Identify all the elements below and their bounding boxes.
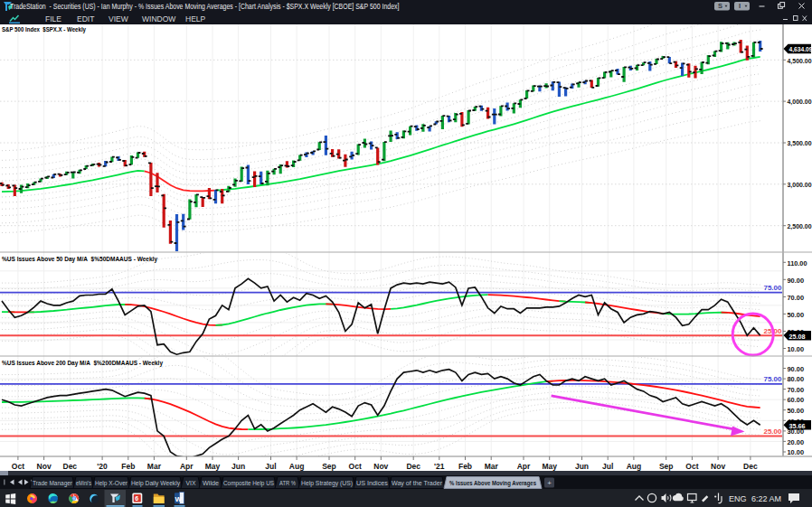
svg-text:Help Daily Weekly: Help Daily Weekly <box>131 479 180 487</box>
svg-text:S: S <box>718 2 722 10</box>
svg-text:Mar: Mar <box>485 462 499 471</box>
svg-text:Jun: Jun <box>575 462 589 471</box>
svg-text:Wilde: Wilde <box>203 479 219 487</box>
svg-text:Sep: Sep <box>322 462 336 471</box>
svg-text:Aug: Aug <box>289 462 305 471</box>
svg-text:20.00: 20.00 <box>788 438 805 446</box>
svg-text:Nov: Nov <box>37 462 52 471</box>
svg-text:Jul: Jul <box>265 462 276 471</box>
svg-text:Dec: Dec <box>743 462 758 471</box>
svg-text:3,000.00: 3,000.00 <box>788 181 812 189</box>
svg-text:W: W <box>175 495 183 503</box>
svg-text:May: May <box>205 462 221 471</box>
svg-text:60.00: 60.00 <box>788 396 805 404</box>
svg-text:90.00: 90.00 <box>788 277 805 285</box>
svg-text:35.66: 35.66 <box>789 422 806 430</box>
svg-text:6:22 AM: 6:22 AM <box>751 494 781 503</box>
svg-text:75.00: 75.00 <box>763 284 782 292</box>
svg-text:Trade Manager: Trade Manager <box>33 479 72 487</box>
svg-text:Mar: Mar <box>147 462 162 471</box>
svg-text:Feb: Feb <box>458 462 472 471</box>
svg-text:Apr: Apr <box>180 462 194 471</box>
svg-text:Dec: Dec <box>406 462 420 471</box>
svg-text:Composite Help US: Composite Help US <box>223 479 274 487</box>
svg-text:70.00: 70.00 <box>788 386 805 394</box>
svg-text:10.00: 10.00 <box>788 448 805 456</box>
svg-text:Nov: Nov <box>373 462 388 471</box>
svg-text:Oct: Oct <box>685 462 698 471</box>
svg-text:Apr: Apr <box>517 462 531 471</box>
svg-text:+: + <box>547 479 552 487</box>
svg-text:Aug: Aug <box>627 462 642 471</box>
svg-text:2,500.00: 2,500.00 <box>788 222 812 230</box>
svg-text:50.00: 50.00 <box>788 311 805 319</box>
svg-text:ATR %: ATR % <box>279 479 296 487</box>
svg-text:'20: '20 <box>97 462 108 471</box>
svg-text:May: May <box>542 462 557 471</box>
svg-text:Oct: Oct <box>12 462 24 471</box>
svg-text:Oct: Oct <box>349 462 362 471</box>
svg-text:25.00: 25.00 <box>763 427 782 436</box>
svg-text:Help X-Over: Help X-Over <box>95 479 127 487</box>
svg-text:US Indices: US Indices <box>356 479 388 487</box>
svg-text:% Issues Above Moving Averages: % Issues Above Moving Averages <box>449 479 536 487</box>
svg-text:10.00: 10.00 <box>788 345 805 353</box>
svg-text:Jul: Jul <box>602 462 613 471</box>
svg-text:S&P 500 Index $SPX.X - Weekly: S&P 500 Index $SPX.X - Weekly <box>2 25 86 33</box>
svg-text:Sep: Sep <box>659 462 674 471</box>
svg-text:3,500.00: 3,500.00 <box>788 139 812 147</box>
svg-text:70.00: 70.00 <box>788 294 805 302</box>
svg-text:Help Strategy (US): Help Strategy (US) <box>301 479 353 487</box>
svg-text:%US Issues Above 200 Day M/A: %US Issues Above 200 Day M/A $%200DMAAUS… <box>2 359 163 367</box>
svg-text:4,500.00: 4,500.00 <box>788 57 812 65</box>
svg-text:6: 6 <box>135 495 138 502</box>
svg-text:80.00: 80.00 <box>788 375 805 383</box>
svg-text:I: I <box>739 2 741 10</box>
svg-text:%US Issues Above 50 Day M/A $: %US Issues Above 50 Day M/A $%50DMAAUS -… <box>2 255 157 263</box>
svg-text:Dec: Dec <box>63 462 78 471</box>
svg-text:eMini's: eMini's <box>76 479 91 487</box>
svg-text:'21: '21 <box>434 462 445 471</box>
svg-text:Jun: Jun <box>231 462 245 471</box>
svg-text:Way of the Trader: Way of the Trader <box>392 479 442 487</box>
svg-text:110.00: 110.00 <box>788 259 808 268</box>
svg-text:90.00: 90.00 <box>788 365 805 373</box>
svg-text:Nov: Nov <box>711 462 725 471</box>
svg-text:25.08: 25.08 <box>789 333 806 341</box>
svg-text:VIX: VIX <box>186 479 196 487</box>
svg-text:75.00: 75.00 <box>763 375 782 383</box>
svg-text:50.00: 50.00 <box>788 407 805 415</box>
svg-text:Feb: Feb <box>121 462 135 471</box>
svg-text:4,000.00: 4,000.00 <box>788 98 812 106</box>
svg-text:ENG: ENG <box>729 494 747 503</box>
svg-text:4,634.09: 4,634.09 <box>789 45 812 53</box>
